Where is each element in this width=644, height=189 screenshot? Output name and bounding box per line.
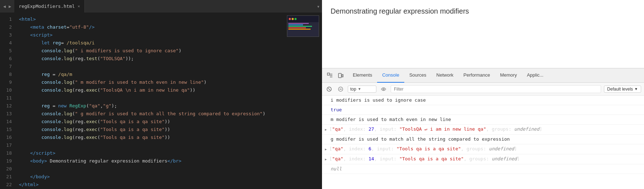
console-line-2: true — [322, 105, 644, 115]
tab-navigation[interactable]: ◀ ▶ — [0, 3, 14, 10]
code-line-6: console.log(reg.test("TOOLSQA")); — [19, 55, 322, 63]
console-line-7[interactable]: ["qa", index: 14, input: "Tools qa is a … — [322, 154, 644, 164]
browser-page: Demonstrating regular expression modifie… — [322, 0, 644, 68]
code-line-13: console.log(" g modifer is used to match… — [19, 110, 322, 118]
inspect-element-button[interactable] — [325, 71, 335, 81]
code-line-5: console.log(" i modifiers is used to ign… — [19, 47, 322, 55]
code-line-16: console.log(reg.exec("Tools qa is a qa s… — [19, 134, 322, 141]
tab-network[interactable]: Network — [431, 68, 459, 83]
file-tab[interactable]: regExpModifiers.html ✕ — [14, 0, 84, 13]
svg-line-7 — [328, 88, 330, 90]
code-area[interactable]: <html> <meta charset="utf-8"/> <script> … — [16, 13, 322, 189]
console-line-5: g modifer is used to match all the strin… — [322, 135, 644, 144]
log-levels-button[interactable]: Default levels ▼ — [604, 86, 641, 93]
log-levels-label: Default levels — [607, 87, 633, 92]
code-line-14: console.log(reg.exec("Tools qa is a qa s… — [19, 118, 322, 126]
code-line-18: </script> — [19, 149, 322, 157]
devtools-panel: Elements Console Sources Network Perform… — [322, 68, 644, 189]
editor-panel: ◀ ▶ regExpModifiers.html ✕ ▾ 12345 67891… — [0, 0, 322, 189]
devtools-main-toolbar: Elements Console Sources Network Perform… — [322, 68, 644, 83]
console-line-4[interactable]: ["qa", index: 27, input: "ToolsQA ↵ i am… — [322, 125, 644, 135]
console-filter-input[interactable] — [391, 85, 601, 93]
code-line-21: </body> — [19, 173, 322, 181]
code-line-1: <html> — [19, 15, 322, 23]
code-line-2: <meta charset="utf-8"/> — [19, 23, 322, 31]
preview-thumbnail — [287, 15, 319, 37]
code-line-22: </html> — [19, 181, 322, 189]
context-dropdown-icon: ▼ — [358, 87, 361, 91]
svg-rect-0 — [327, 73, 330, 75]
svg-point-10 — [383, 88, 384, 90]
code-line-7 — [19, 63, 322, 71]
svg-rect-5 — [342, 74, 343, 77]
svg-rect-4 — [338, 73, 341, 78]
console-line-1: i modifiers is used to ignore case — [322, 96, 644, 105]
context-selector[interactable]: top ▼ — [348, 86, 376, 93]
clear-console-button[interactable] — [325, 85, 333, 93]
context-label: top — [350, 87, 356, 92]
code-line-19: <body> Demonstrating regular expression … — [19, 157, 322, 165]
tab-next-arrow[interactable]: ▶ — [8, 3, 12, 10]
page-title: Demonstrating regular expression modifie… — [331, 7, 635, 15]
tab-elements[interactable]: Elements — [348, 68, 377, 83]
tab-application[interactable]: Applic... — [522, 68, 548, 83]
tab-performance[interactable]: Performance — [458, 68, 495, 83]
line-numbers: 12345 678910 1112131415 1617181920 2122 — [0, 13, 16, 189]
stop-script-button[interactable] — [336, 85, 345, 93]
right-panel: Demonstrating regular expression modifie… — [322, 0, 644, 189]
code-line-12: reg = new RegExp("qa","g"); — [19, 102, 322, 110]
tab-filename: regExpModifiers.html — [19, 4, 75, 9]
editor-container: 12345 678910 1112131415 1617181920 2122 … — [0, 13, 322, 189]
code-line-4: let reg= /toolsqa/i — [19, 39, 322, 47]
editor-tabs: ◀ ▶ regExpModifiers.html ✕ ▾ — [0, 0, 322, 13]
console-line-3: m modifer is used to match even in new l… — [322, 115, 644, 125]
tab-close-button[interactable]: ✕ — [78, 4, 80, 9]
code-line-15: console.log(reg.exec("Tools qa is a qa s… — [19, 126, 322, 134]
code-line-11 — [19, 94, 322, 102]
tab-memory[interactable]: Memory — [495, 68, 522, 83]
console-toolbar: top ▼ Default levels ▼ — [322, 83, 644, 96]
tab-prev-arrow[interactable]: ◀ — [2, 3, 7, 10]
code-line-20 — [19, 165, 322, 173]
code-line-3: <script> — [19, 31, 322, 39]
log-levels-arrow: ▼ — [634, 87, 638, 91]
console-line-6[interactable]: ["qa", index: 6, input: "Tools qa is a q… — [322, 144, 644, 154]
console-line-8: null — [322, 164, 644, 174]
code-line-10: console.log(reg.exec("ToolsQA \n i am in… — [19, 86, 322, 94]
code-line-8: reg = /qa/m — [19, 71, 322, 78]
device-toggle-button[interactable] — [336, 71, 346, 81]
code-line-17 — [19, 141, 322, 149]
console-output[interactable]: i modifiers is used to ignore case true … — [322, 96, 644, 189]
devtools-tabs: Elements Console Sources Network Perform… — [346, 68, 641, 83]
tab-dropdown-button[interactable]: ▾ — [317, 4, 320, 9]
tab-console[interactable]: Console — [377, 68, 404, 83]
code-line-9: console.log(" m modifer is used to match… — [19, 78, 322, 86]
custom-formatters-button[interactable] — [379, 85, 388, 93]
tab-sources[interactable]: Sources — [404, 68, 431, 83]
